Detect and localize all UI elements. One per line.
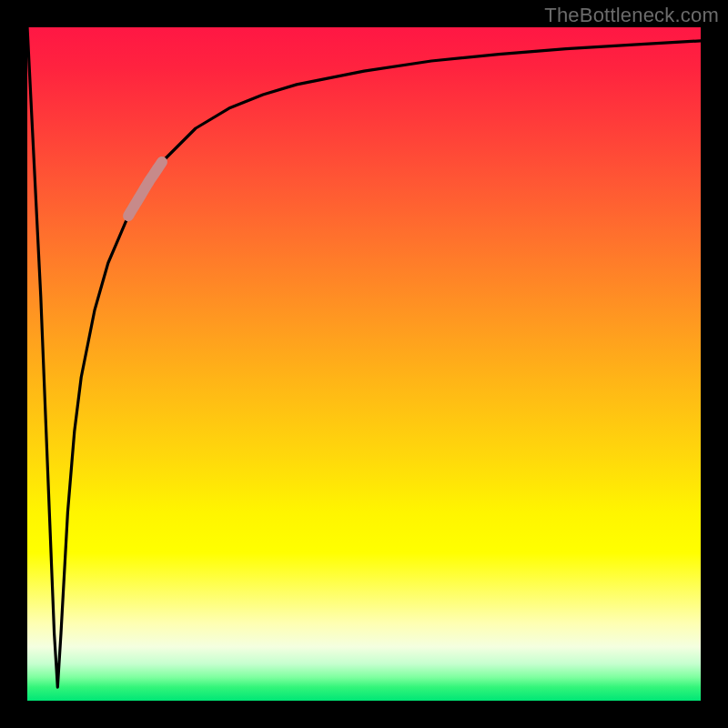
plot-area: [27, 27, 701, 701]
main-curve: [27, 27, 701, 687]
curve-svg: [27, 27, 701, 701]
attribution-label: TheBottleneck.com: [544, 4, 719, 27]
chart-frame: TheBottleneck.com: [0, 0, 728, 728]
curve-highlight: [128, 162, 162, 216]
